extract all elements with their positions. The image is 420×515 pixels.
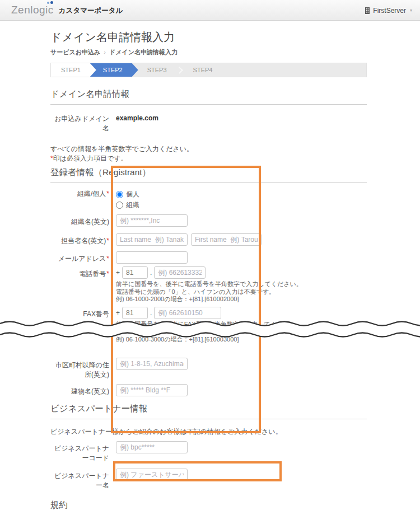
portal-label: カスタマーポータル xyxy=(59,6,123,16)
breadcrumb-link-service[interactable]: サービスお申込み xyxy=(50,49,100,55)
fax-dot-separator: . xyxy=(150,309,152,317)
phone-country-code-input[interactable] xyxy=(122,266,148,279)
phone-plus-sign: + xyxy=(116,269,120,277)
phone-help-text: 前半に国番号を、後半に電話番号を半角数字で入力してください。 電話番号に先頭の「… xyxy=(116,280,302,303)
field-label-fax: FAX番号 xyxy=(50,307,109,344)
fax-inputs: + . xyxy=(116,307,302,319)
section-heading-registrant: 登録者情報（Registrant） xyxy=(50,167,367,183)
note-required: *印は必須入力項目です。 xyxy=(50,154,367,163)
org-name-input[interactable] xyxy=(116,214,188,227)
domain-value: example.com xyxy=(116,114,158,133)
radio-individual[interactable] xyxy=(116,191,123,198)
main-content: ドメイン名申請情報入力 サービスお申込み›ドメイン名申請情報入力 STEP1 S… xyxy=(0,30,420,515)
partner-code-input[interactable] xyxy=(116,441,188,453)
last-name-input[interactable] xyxy=(116,233,188,246)
phone-dot-separator: . xyxy=(150,269,152,277)
radio-option-individual[interactable]: 個人 xyxy=(116,189,139,199)
account-name: FirstServer xyxy=(373,7,406,15)
note-halfwidth: すべての情報を半角英数字でご入力ください。 xyxy=(50,144,367,154)
radio-organization[interactable] xyxy=(116,202,123,209)
field-row-fax: FAX番号 + . 前半に国番号を、後半にFAX番号を半角数字で入力してください… xyxy=(50,307,367,344)
logo-dot-icon xyxy=(50,1,53,4)
field-row-partner-name: ビジネスパートナー名 xyxy=(50,469,367,490)
field-row-address: 市区町村以降の住所(英文) xyxy=(50,358,367,380)
field-row-org-name: 組織名(英文) xyxy=(50,214,367,227)
form-notes: すべての情報を半角英数字でご入力ください。 *印は必須入力項目です。 xyxy=(50,144,367,163)
phone-number-input[interactable] xyxy=(154,266,206,279)
breadcrumb-current: ドメイン名申請情報入力 xyxy=(109,49,178,55)
domain-row: お申込みドメイン名 example.com xyxy=(50,114,367,133)
field-label-address: 市区町村以降の住所(英文) xyxy=(50,358,109,380)
page-title: ドメイン名申請情報入力 xyxy=(50,30,367,44)
field-label-phone: 電話番号* xyxy=(50,266,109,303)
partner-name-input[interactable] xyxy=(116,469,188,481)
section-heading-partner: ビジネスパートナー情報 xyxy=(50,403,367,419)
field-row-person-name: 担当者名(英文)* xyxy=(50,233,367,246)
registrant-form: 組織/個人* 個人 組織 組織名(英文) 担当者名(英文)* xyxy=(50,189,367,396)
step-3: STEP3 xyxy=(138,63,178,77)
chevron-down-icon: ▾ xyxy=(410,8,412,13)
field-row-phone: 電話番号* + . 前半に国番号を、後半に電話番号を半角数字で入力してください。… xyxy=(50,266,367,303)
step-wizard: STEP1 STEP2 STEP3 STEP4 xyxy=(50,63,367,77)
fax-help-text: 前半に国番号を、後半にFAX番号を半角数字で入力してください。 FAX番号に先頭… xyxy=(116,321,302,344)
field-label-org-name: 組織名(英文) xyxy=(50,214,109,227)
field-row-partner-code: ビジネスパートナーコード xyxy=(50,441,367,463)
section-heading-terms: 規約 xyxy=(50,499,367,515)
field-label-org-type: 組織/個人* xyxy=(50,189,109,210)
field-row-org-type: 組織/個人* 個人 組織 xyxy=(50,189,367,210)
fax-country-code-input[interactable] xyxy=(122,307,148,319)
field-row-email: メールアドレス* xyxy=(50,251,367,264)
building-icon xyxy=(365,7,370,14)
radio-option-organization[interactable]: 組織 xyxy=(116,199,139,210)
step-1: STEP1 xyxy=(51,63,96,77)
field-label-partner-name: ビジネスパートナー名 xyxy=(50,469,109,490)
org-type-options: 個人 組織 xyxy=(116,189,139,210)
address-input[interactable] xyxy=(116,358,188,370)
radio-label-individual[interactable]: 個人 xyxy=(126,190,139,199)
section-heading-domain-info: ドメイン名申請情報 xyxy=(50,88,367,105)
breadcrumb: サービスお申込み›ドメイン名申請情報入力 xyxy=(50,48,367,57)
radio-label-organization[interactable]: 組織 xyxy=(126,200,139,210)
account-menu[interactable]: FirstServer ▾ xyxy=(365,0,412,21)
email-input[interactable] xyxy=(116,251,188,264)
field-row-building: 建物名(英文) xyxy=(50,384,367,396)
first-name-input[interactable] xyxy=(191,233,262,246)
field-label-email: メールアドレス* xyxy=(50,251,109,264)
zenlogic-logo: Zenlogic xyxy=(11,4,54,16)
breadcrumb-separator: › xyxy=(104,49,106,55)
domain-label: お申込みドメイン名 xyxy=(50,114,109,133)
field-label-partner-code: ビジネスパートナーコード xyxy=(50,441,109,463)
logo-text: Zenlogic xyxy=(11,4,54,16)
page: Zenlogic カスタマーポータル FirstServer ▾ ドメイン名申請… xyxy=(0,0,420,515)
partner-note: ビジネスパートナー様からご紹介のお客様は下記の情報をご入力ください。 xyxy=(50,427,367,437)
field-label-person-name: 担当者名(英文)* xyxy=(50,233,109,246)
phone-inputs: + . xyxy=(116,266,302,279)
logo-dot-icon xyxy=(47,2,49,4)
building-input[interactable] xyxy=(116,384,188,396)
step-4: STEP4 xyxy=(183,63,223,77)
fax-number-input[interactable] xyxy=(154,307,221,319)
field-label-building: 建物名(英文) xyxy=(50,384,109,396)
fax-plus-sign: + xyxy=(116,309,120,317)
app-header: Zenlogic カスタマーポータル FirstServer ▾ xyxy=(0,0,420,21)
